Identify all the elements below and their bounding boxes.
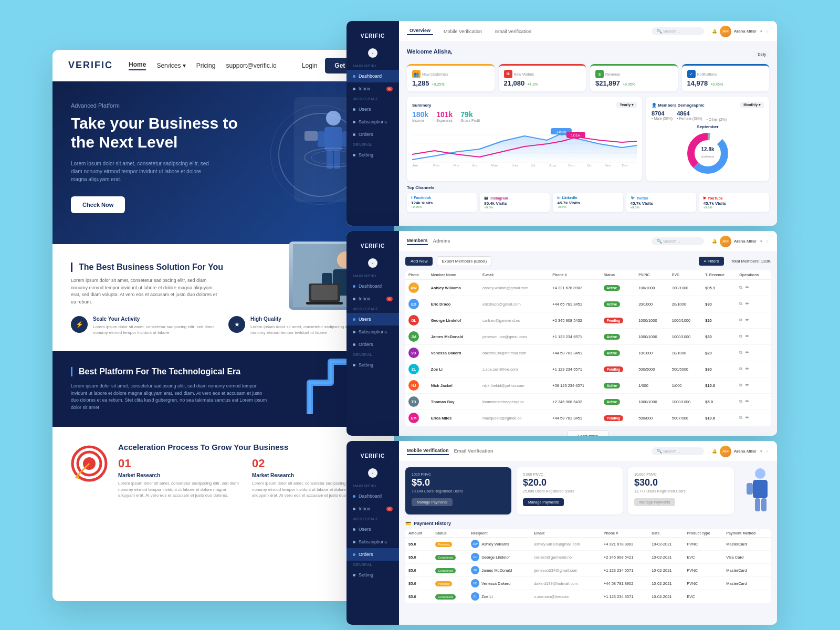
nav-support[interactable]: support@verific.io <box>226 62 276 69</box>
back-button-2[interactable]: ‹ <box>368 258 377 268</box>
cell-ops: ⧉ ✏ <box>736 312 771 329</box>
nav-subscriptions-1[interactable]: Subscriptions <box>346 116 399 128</box>
cell-name: Thomas Bay <box>428 394 479 410</box>
add-new-button[interactable]: Add New <box>405 257 433 266</box>
edit-icon[interactable]: ✏ <box>746 366 749 371</box>
manage-btn-1[interactable]: Manage Payments <box>412 498 453 506</box>
cell-evc: 20/1000 <box>669 296 702 312</box>
nav-users-2[interactable]: Users <box>346 313 399 326</box>
monthly-filter[interactable]: Monthly ▾ <box>740 102 764 108</box>
copy-icon[interactable]: ⧉ <box>739 415 742 420</box>
nav-inbox-2[interactable]: Inbox 6 <box>346 292 399 305</box>
bell-icon-3[interactable]: 🔔 <box>712 449 717 454</box>
edit-icon[interactable]: ✏ <box>746 399 749 404</box>
dash-sidebar-2: VERIFIC ‹ Main Menu Dashboard Inbox 6 Wo… <box>346 231 399 436</box>
customers-icon: 👥 <box>412 70 421 78</box>
search-bar-2[interactable]: 🔍 Search... <box>652 237 704 245</box>
nav-setting-3[interactable]: Setting <box>346 569 399 581</box>
tab-admins[interactable]: Admins <box>433 238 450 245</box>
back-button-1[interactable]: ‹ <box>368 48 377 58</box>
export-button[interactable]: Export Members (Excel) <box>437 256 491 266</box>
pay-status: Completed <box>432 551 468 564</box>
daily-filter[interactable]: Daily <box>754 51 769 57</box>
pay-email: carlsen@garmend.no <box>531 551 601 564</box>
pay-col-date: Date <box>648 529 684 538</box>
nav-pricing[interactable]: Pricing <box>196 62 216 69</box>
login-button[interactable]: Login <box>302 62 317 69</box>
tab-email-ver[interactable]: Email Verification <box>492 29 534 34</box>
manage-btn-3[interactable]: Manage Payments <box>634 498 675 506</box>
load-more-button[interactable]: Load more <box>567 430 609 436</box>
edit-icon[interactable]: ✏ <box>746 318 749 322</box>
copy-icon[interactable]: ⧉ <box>739 383 742 387</box>
edit-icon[interactable]: ✏ <box>746 285 749 290</box>
more-icon[interactable]: ⋮ <box>765 29 769 34</box>
more-icon-2[interactable]: ⋮ <box>765 239 769 244</box>
back-button-3[interactable]: ‹ <box>368 468 377 478</box>
nav-setting-2[interactable]: Setting <box>346 359 399 371</box>
nav-sub-2[interactable]: Subscriptions <box>346 326 399 338</box>
nav-users-3[interactable]: Users <box>346 523 399 536</box>
nav-dashboard-1[interactable]: Dashboard <box>346 70 399 82</box>
bell-icon[interactable]: 🔔 <box>712 29 717 34</box>
pay-recipient: ZL Zoe Li <box>468 590 531 603</box>
user-arrow-2[interactable]: ▾ <box>760 239 762 244</box>
edit-icon[interactable]: ✏ <box>746 383 749 387</box>
edit-icon[interactable]: ✏ <box>746 301 749 306</box>
pay-phone: +4 321 678 8902 <box>601 538 648 551</box>
copy-icon[interactable]: ⧉ <box>739 366 742 371</box>
bell-icon-2[interactable]: 🔔 <box>712 239 717 244</box>
nav-orders-2[interactable]: Orders <box>346 338 399 351</box>
check-now-button[interactable]: Check Now <box>71 196 125 213</box>
nav-orders-1[interactable]: Orders <box>346 128 399 141</box>
copy-icon[interactable]: ⧉ <box>739 285 742 290</box>
cell-photo: ED <box>405 296 428 312</box>
tab-members[interactable]: Members <box>407 238 428 245</box>
nav-dashboard-3[interactable]: Dashboard <box>346 490 399 502</box>
mobile-topbar: Mobile Verification Email Verification 🔍… <box>399 441 777 462</box>
copy-icon[interactable]: ⧉ <box>739 334 742 339</box>
nav-orders-3[interactable]: Orders <box>346 548 399 561</box>
tab-overview[interactable]: Overview <box>407 28 433 35</box>
col-phone: Phone # <box>549 270 600 280</box>
edit-icon[interactable]: ✏ <box>746 334 749 339</box>
user-dropdown-arrow[interactable]: ▾ <box>760 29 762 34</box>
nav-dashboard-2[interactable]: Dashboard <box>346 280 399 292</box>
search-bar-3[interactable]: 🔍 Search... <box>652 447 704 455</box>
nav-home[interactable]: Home <box>129 61 146 70</box>
channel-twitter: 🐦 Twitter 45.7k Visits +9.8% <box>626 193 696 212</box>
nav-inbox-3[interactable]: Inbox 6 <box>346 502 399 515</box>
nav-services[interactable]: Services ▾ <box>156 62 185 69</box>
table-row: NJ Nick Jackel nick.thekid@yahoo.com +58… <box>405 377 771 394</box>
nav-setting-1[interactable]: Setting <box>346 149 399 161</box>
edit-icon[interactable]: ✏ <box>746 415 749 420</box>
expenses-label: Expenses <box>436 119 453 122</box>
edit-icon[interactable]: ✏ <box>746 350 749 355</box>
pay-recipient: GL George Lindelof <box>468 551 531 564</box>
tab-mobile-ver[interactable]: Mobile Verification <box>407 448 449 455</box>
filter-button[interactable]: ≡ Filters <box>699 257 724 266</box>
cell-status: Active <box>601 329 636 345</box>
income-val: 180k <box>412 110 428 119</box>
copy-icon[interactable]: ⧉ <box>739 318 742 322</box>
stat-customers: 👥 New Customers 1,285 +9.25% <box>407 64 495 91</box>
nav-users-1[interactable]: Users <box>346 103 399 116</box>
nav-inbox-1[interactable]: Inbox 6 <box>346 82 399 95</box>
pnvc-label-3: 10,000 PNVC <box>634 472 728 476</box>
copy-icon[interactable]: ⧉ <box>739 301 742 306</box>
copy-icon[interactable]: ⧉ <box>739 350 742 355</box>
search-bar-1[interactable]: 🔍 Search... <box>652 27 704 35</box>
dash-sidebar-3: VERIFIC ‹ Main Menu Dashboard Inbox 6 Wo… <box>346 441 399 625</box>
manage-btn-2[interactable]: Manage Payments <box>523 498 564 506</box>
user-arrow-3[interactable]: ▾ <box>760 449 762 454</box>
members-main: Members Admins 🔍 Search... 🔔 AM Alisha M… <box>399 231 777 436</box>
nav-sub-3[interactable]: Subscriptions <box>346 536 399 548</box>
copy-icon[interactable]: ⧉ <box>739 399 742 404</box>
male-val: 8704 <box>652 110 673 117</box>
yearly-filter[interactable]: Yearly ▾ <box>616 102 637 108</box>
tab-mobile-ver[interactable]: Mobile Verification <box>441 29 485 34</box>
more-icon-3[interactable]: ⋮ <box>765 449 769 454</box>
revenue-icon: $ <box>595 70 604 78</box>
tab-email-ver-2[interactable]: Email Verification <box>454 448 494 455</box>
users-3: 12,777 Users Registered Users <box>634 489 728 493</box>
